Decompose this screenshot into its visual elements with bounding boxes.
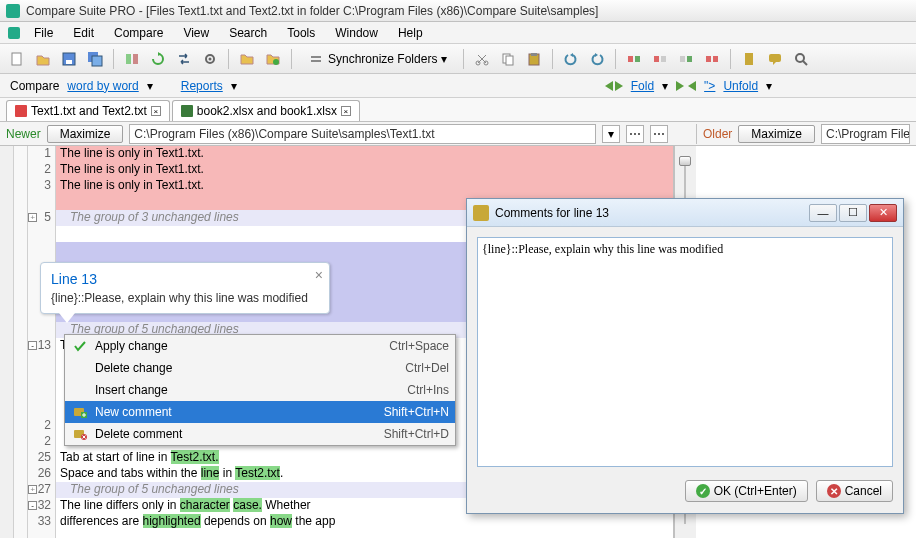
tb-paste-icon[interactable] <box>523 48 545 70</box>
tb-swap-icon[interactable] <box>173 48 195 70</box>
fold-right-icon <box>615 81 623 91</box>
tab-icon <box>15 105 27 117</box>
path-dropdown-icon[interactable]: ▾ <box>602 125 620 143</box>
comment-textarea[interactable] <box>477 237 893 467</box>
dropdown-icon[interactable]: ▾ <box>147 79 153 93</box>
path-browse2-icon[interactable]: ⋯ <box>650 125 668 143</box>
code-line[interactable]: differences are highlighted depends on h… <box>56 514 673 530</box>
dialog-titlebar[interactable]: Comments for line 13 — ☐ ✕ <box>467 199 903 227</box>
comments-dialog: Comments for line 13 — ☐ ✕ ✓ OK (Ctrl+En… <box>466 198 904 514</box>
title-bar: Compare Suite PRO - [Files Text1.txt and… <box>0 0 916 22</box>
reports-link[interactable]: Reports <box>181 79 223 93</box>
tb-refresh-icon[interactable] <box>147 48 169 70</box>
tb-folder-icon[interactable] <box>236 48 258 70</box>
maximize-left-button[interactable]: Maximize <box>47 125 124 143</box>
svg-rect-14 <box>506 56 513 65</box>
svg-rect-5 <box>92 56 102 66</box>
svg-rect-16 <box>531 53 537 56</box>
ctx-item-delete-comment[interactable]: Delete commentShift+Ctrl+D <box>65 423 455 445</box>
tb-find-icon[interactable] <box>790 48 812 70</box>
tb-diff1-icon[interactable] <box>623 48 645 70</box>
tab-label: book2.xlsx and book1.xlsx <box>197 104 337 118</box>
dropdown-icon: ▾ <box>441 52 447 66</box>
ctx-shortcut: Ctrl+Ins <box>407 383 449 397</box>
tooltip-close-icon[interactable]: × <box>315 267 323 283</box>
slider-thumb[interactable] <box>679 156 691 166</box>
ctx-label: Delete comment <box>95 427 384 441</box>
tb-diff3-icon[interactable] <box>675 48 697 70</box>
path-browse-icon[interactable]: ⋯ <box>626 125 644 143</box>
dropdown-icon[interactable]: ▾ <box>231 79 237 93</box>
overview-map[interactable] <box>0 146 14 538</box>
tb-diff2-icon[interactable] <box>649 48 671 70</box>
menu-search[interactable]: Search <box>221 24 275 42</box>
tb-redo-icon[interactable] <box>586 48 608 70</box>
x-icon <box>71 425 89 443</box>
ctx-item-delete-change[interactable]: Delete changeCtrl+Del <box>65 357 455 379</box>
tb-save-icon[interactable] <box>58 48 80 70</box>
code-line[interactable]: The line is only in Text1.txt. <box>56 146 673 162</box>
tab-text1-text2[interactable]: Text1.txt and Text2.txt × <box>6 100 170 121</box>
svg-point-9 <box>209 57 212 60</box>
tb-folder2-icon[interactable] <box>262 48 284 70</box>
blank-icon <box>71 381 89 399</box>
menu-file[interactable]: File <box>26 24 61 42</box>
tb-comment-icon[interactable] <box>764 48 786 70</box>
svg-rect-18 <box>635 56 640 62</box>
tab-book2-book1[interactable]: book2.xlsx and book1.xlsx × <box>172 100 360 121</box>
dialog-close-icon[interactable]: ✕ <box>869 204 897 222</box>
option-bar: Compare word by word ▾ Reports ▾ Fold ▾ … <box>0 74 916 98</box>
compare-mode-link[interactable]: word by word <box>67 79 138 93</box>
fold-link[interactable]: Fold <box>631 79 654 93</box>
path-left[interactable]: C:\Program Files (x86)\Compare Suite\sam… <box>129 124 596 144</box>
svg-rect-24 <box>713 56 718 62</box>
app-icon <box>6 4 20 18</box>
app-menu-icon[interactable] <box>6 25 22 41</box>
ctx-label: Delete change <box>95 361 405 375</box>
dropdown-icon[interactable]: ▾ <box>766 79 772 93</box>
tb-sync-folders[interactable]: Synchronize Folders ▾ <box>299 48 456 70</box>
tb-compare-icon[interactable] <box>121 48 143 70</box>
tb-bookmark-icon[interactable] <box>738 48 760 70</box>
tb-open-icon[interactable] <box>32 48 54 70</box>
maximize-right-button[interactable]: Maximize <box>738 125 815 143</box>
check-icon <box>71 337 89 355</box>
ctx-item-apply-change[interactable]: Apply changeCtrl+Space <box>65 335 455 357</box>
toolbar-separator <box>615 49 616 69</box>
tb-cut-icon[interactable] <box>471 48 493 70</box>
unfold-right-icon <box>688 81 696 91</box>
dialog-ok-button[interactable]: ✓ OK (Ctrl+Enter) <box>685 480 808 502</box>
tooltip-body: {line}::Please, explain why this line wa… <box>51 291 319 305</box>
path-right[interactable]: C:\Program Files (x <box>821 124 910 144</box>
ctx-item-insert-change[interactable]: Insert changeCtrl+Ins <box>65 379 455 401</box>
tb-settings-icon[interactable] <box>199 48 221 70</box>
tb-undo-icon[interactable] <box>560 48 582 70</box>
ctx-item-new-comment[interactable]: New commentShift+Ctrl+N <box>65 401 455 423</box>
fold-gutter[interactable] <box>14 146 28 538</box>
tab-close-icon[interactable]: × <box>341 106 351 116</box>
unfold-link[interactable]: Unfold <box>723 79 758 93</box>
toolbar-separator <box>113 49 114 69</box>
code-line[interactable]: The line is only in Text1.txt. <box>56 162 673 178</box>
tb-saveall-icon[interactable] <box>84 48 106 70</box>
menu-tools[interactable]: Tools <box>279 24 323 42</box>
dialog-minimize-icon[interactable]: — <box>809 204 837 222</box>
dialog-cancel-button[interactable]: ✕ Cancel <box>816 480 893 502</box>
dialog-maximize-icon[interactable]: ☐ <box>839 204 867 222</box>
svg-rect-21 <box>680 56 685 62</box>
tb-new-icon[interactable] <box>6 48 28 70</box>
menu-window[interactable]: Window <box>327 24 386 42</box>
code-line[interactable]: The line is only in Text1.txt. <box>56 178 673 194</box>
toolbar-separator <box>291 49 292 69</box>
menu-edit[interactable]: Edit <box>65 24 102 42</box>
menu-compare[interactable]: Compare <box>106 24 171 42</box>
tab-close-icon[interactable]: × <box>151 106 161 116</box>
tab-label: Text1.txt and Text2.txt <box>31 104 147 118</box>
dropdown-icon[interactable]: ▾ <box>662 79 668 93</box>
context-menu: Apply changeCtrl+SpaceDelete changeCtrl+… <box>64 334 456 446</box>
tb-copy-icon[interactable] <box>497 48 519 70</box>
menu-view[interactable]: View <box>175 24 217 42</box>
tb-diff4-icon[interactable] <box>701 48 723 70</box>
menu-help[interactable]: Help <box>390 24 431 42</box>
ok-label: OK (Ctrl+Enter) <box>714 484 797 498</box>
